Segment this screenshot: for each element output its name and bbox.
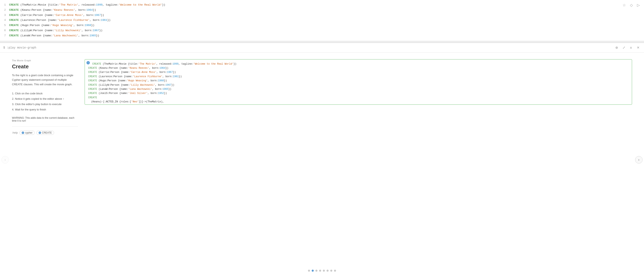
code-text: }) [99, 29, 102, 32]
editor-line: 5CREATE (Hugo:Person {name:'Hugo Weaving… [0, 23, 644, 28]
cypher-tag-icon: i [22, 132, 24, 134]
pagination-dot[interactable] [330, 270, 332, 272]
pagination-dot[interactable] [323, 270, 325, 272]
code-string: 'Hugo Weaving' [51, 24, 74, 27]
pin-button[interactable]: ◇ [629, 2, 634, 8]
line-number: 2 [0, 8, 6, 12]
command-bar-actions: ⊕ ⤢ ∧ ✕ [614, 45, 641, 50]
editor-line: 3CREATE (Carrie:Person {name:'Carrie-Ann… [0, 13, 644, 18]
code-block-line: CREATE (LanaW:Person {name:'Lana Wachows… [88, 87, 628, 91]
line-number: 5 [0, 23, 6, 28]
code-block-line: CREATE (JoelS:Person {name:'Joel Silver'… [88, 91, 628, 96]
pagination [0, 267, 644, 275]
code-string: 'Welcome to the Real World' [119, 3, 162, 6]
editor-line: 4CREATE (Laurence:Person {name:'Laurence… [0, 18, 644, 23]
cypher-tag[interactable]: i cypher [20, 131, 35, 135]
line-number: 3 [0, 13, 6, 18]
favorite-button[interactable]: ☆ [622, 2, 627, 8]
slide-title: Create [12, 64, 78, 70]
code-text: }) [91, 24, 94, 27]
line-content: CREATE (Keanu:Person {name:'Keanu Reeves… [9, 8, 641, 12]
code-text: }) [93, 8, 96, 12]
collapse-button[interactable]: ∧ [628, 45, 634, 50]
create-tag[interactable]: i CREATE [36, 131, 54, 135]
keyword-create: CREATE [9, 18, 19, 22]
keyword-create: CREATE [9, 3, 19, 6]
line-number: 7 [0, 34, 6, 38]
code-block-line: CREATE (Carrie:Person {name:'Carrie-Anne… [88, 70, 628, 74]
pagination-dot[interactable] [334, 270, 336, 272]
code-block-line: CREATE (Keanu:Person {name:'Keanu Reeves… [88, 66, 628, 70]
line-content: CREATE (Hugo:Person {name:'Hugo Weaving'… [9, 23, 641, 28]
keyword-create: CREATE [9, 14, 19, 17]
code-block[interactable]: i CREATE (TheMatrix:Movie {title:'The Ma… [85, 59, 632, 105]
editor-line: 1CREATE (TheMatrix:Movie {title:'The Mat… [0, 2, 644, 8]
code-string: 'Lilly Wachowski' [54, 29, 82, 32]
code-block-line: CREATE (Laurence:Person {name:'Laurence … [88, 74, 628, 79]
help-label: :help [12, 131, 18, 134]
slide-area: ‹ The Movie Graph Create To the right is… [0, 53, 644, 275]
keyword-create: CREATE [9, 24, 19, 27]
pin-command-button[interactable]: ⊕ [614, 45, 619, 50]
slide-step: 1. Click on the code block [12, 91, 78, 96]
code-string: 'Keanu Reeves' [53, 8, 75, 12]
create-tag-icon: i [38, 132, 41, 134]
code-text: , born: [78, 34, 90, 37]
code-text: (LanaW:Person {name: [19, 34, 53, 37]
code-number: 1999 [96, 3, 102, 6]
pagination-dot[interactable] [316, 270, 318, 272]
code-number: 1964 [86, 8, 93, 12]
pagination-dot[interactable] [326, 270, 328, 272]
line-number: 1 [0, 3, 6, 7]
code-text: (Keanu:Person {name: [19, 8, 53, 12]
code-string: 'The Matrix' [59, 3, 78, 6]
pagination-dot[interactable] [319, 270, 321, 272]
code-number: 1967 [93, 29, 99, 32]
code-text: , released: [78, 3, 96, 6]
run-button[interactable]: ▷ [636, 2, 641, 8]
code-number: 1960 [85, 24, 91, 27]
code-block-info-icon: i [86, 61, 90, 64]
slide-content: The Movie Graph Create To the right is a… [10, 58, 634, 262]
pagination-dot[interactable] [308, 270, 310, 272]
editor-line: 6CREATE (LillyW:Person {name:'Lilly Wach… [0, 28, 644, 33]
line-content: CREATE (Carrie:Person {name:'Carrie-Anne… [9, 13, 641, 18]
editor-scrollbar[interactable] [0, 41, 644, 42]
code-string: 'Laurence Fishburne' [58, 18, 90, 22]
nav-arrow-left: ‹ [0, 58, 10, 262]
code-text: (TheMatrix:Movie {title: [19, 3, 59, 6]
code-text: , born: [74, 24, 85, 27]
slide-step: 3. Click the editor's play button to exe… [12, 102, 78, 107]
slide-label: The Movie Graph [12, 59, 78, 62]
cypher-tag-label: cypher [25, 131, 32, 134]
line-content: CREATE (LanaW:Person {name:'Lana Wachows… [9, 34, 641, 38]
slide-step: 2. Notice it gets copied to the editor a… [12, 96, 78, 102]
command-prompt: $ :play movie-graph [3, 46, 614, 49]
next-slide-button[interactable]: › [635, 156, 642, 164]
prev-slide-button[interactable]: ‹ [2, 156, 9, 164]
code-block-line: (Carrie)-[:ACTED_IN {roles:['Trinity']}]… [88, 104, 628, 104]
editor-line: 7CREATE (LanaW:Person {name:'Lana Wachow… [0, 33, 644, 38]
code-block-line: CREATE (LillyW:Person {name:'Lilly Wacho… [88, 83, 628, 87]
line-content: CREATE (LillyW:Person {name:'Lilly Wacho… [9, 28, 641, 33]
slide-warning: WARNING: This adds data to the current d… [12, 116, 78, 122]
code-text: (Laurence:Person {name: [19, 18, 58, 22]
expand-button[interactable]: ⤢ [621, 45, 626, 50]
close-button[interactable]: ✕ [636, 45, 641, 50]
code-text: , born: [75, 8, 86, 12]
code-number: 1961 [101, 18, 107, 22]
code-block-line: CREATE (Hugo:Person {name:'Hugo Weaving'… [88, 79, 628, 83]
keyword-create: CREATE [9, 8, 19, 12]
code-text: , born: [83, 14, 94, 17]
code-block-line: (Keanu)-[:ACTED_IN {roles:['Neo']}]->(Th… [88, 100, 628, 104]
slide-left-column: The Movie Graph Create To the right is a… [12, 58, 78, 262]
slide-divider [12, 126, 78, 126]
slide-steps: 1. Click on the code block2. Notice it g… [12, 91, 78, 112]
code-number: 1965 [90, 34, 96, 37]
pagination-dot[interactable] [312, 270, 314, 272]
line-content: CREATE (Laurence:Person {name:'Laurence … [9, 18, 641, 22]
code-number: 1967 [94, 14, 101, 17]
code-block-line: CREATE [88, 96, 628, 100]
create-tag-label: CREATE [42, 131, 52, 134]
slide-right-column: i CREATE (TheMatrix:Movie {title:'The Ma… [85, 58, 632, 262]
